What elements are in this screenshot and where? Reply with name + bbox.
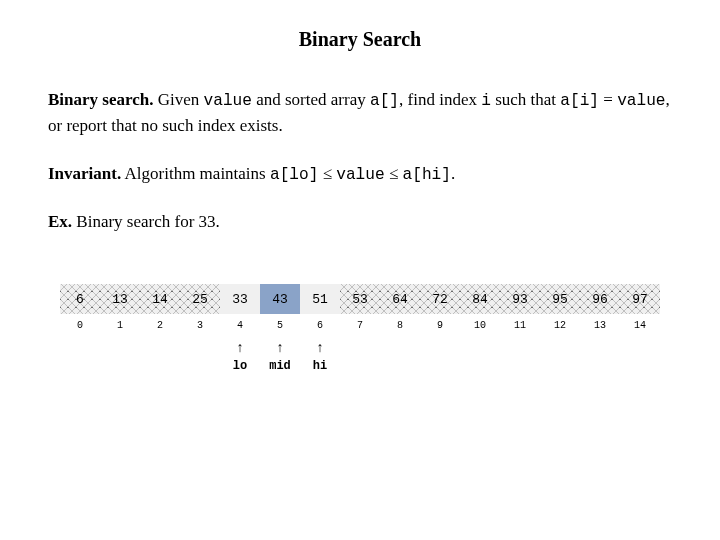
def-t5: = <box>599 90 617 109</box>
array-index: 1 <box>100 320 140 331</box>
pointer-column <box>620 341 660 373</box>
array-index: 11 <box>500 320 540 331</box>
def-t1: Given <box>153 90 203 109</box>
def-t3: , find index <box>399 90 481 109</box>
array-cell: 25 <box>180 284 220 314</box>
array-cell: 64 <box>380 284 420 314</box>
array-cell: 97 <box>620 284 660 314</box>
array-index: 8 <box>380 320 420 331</box>
def-c3: i <box>481 92 491 110</box>
array-index: 9 <box>420 320 460 331</box>
inv-c3: a[hi] <box>403 166 451 184</box>
array-index: 14 <box>620 320 660 331</box>
pointer-column <box>340 341 380 373</box>
array-cell: 51 <box>300 284 340 314</box>
pointer-column <box>540 341 580 373</box>
pointer-column: ↑mid <box>260 341 300 373</box>
array-cell: 84 <box>460 284 500 314</box>
array-index: 4 <box>220 320 260 331</box>
ex-lead: Ex. <box>48 212 72 231</box>
array-index: 10 <box>460 320 500 331</box>
pointer-column <box>180 341 220 373</box>
def-c5: value <box>617 92 665 110</box>
array-cell: 43 <box>260 284 300 314</box>
array-cell: 93 <box>500 284 540 314</box>
array-cell: 6 <box>60 284 100 314</box>
def-lead: Binary search. <box>48 90 153 109</box>
array-index: 13 <box>580 320 620 331</box>
array-cell: 95 <box>540 284 580 314</box>
pointer-column <box>140 341 180 373</box>
array-pointers-row: ↑lo↑mid↑hi <box>60 341 660 373</box>
ex-t1: Binary search for 33. <box>72 212 220 231</box>
arrow-up-icon: ↑ <box>277 341 284 355</box>
def-t2: and sorted array <box>252 90 370 109</box>
array-index: 0 <box>60 320 100 331</box>
pointer-column <box>420 341 460 373</box>
def-c4: a[i] <box>560 92 599 110</box>
array-index: 3 <box>180 320 220 331</box>
pointer-column: ↑hi <box>300 341 340 373</box>
def-t4: such that <box>491 90 560 109</box>
array-index: 2 <box>140 320 180 331</box>
pointer-column <box>580 341 620 373</box>
pointer-column <box>460 341 500 373</box>
array-index: 7 <box>340 320 380 331</box>
array-cell: 96 <box>580 284 620 314</box>
pointer-column: ↑lo <box>220 341 260 373</box>
pointer-label: mid <box>269 359 291 373</box>
pointer-column <box>500 341 540 373</box>
pointer-column <box>100 341 140 373</box>
array-cell: 13 <box>100 284 140 314</box>
inv-c2: value <box>336 166 384 184</box>
inv-lead: Invariant. <box>48 164 121 183</box>
array-index: 6 <box>300 320 340 331</box>
inv-le1: ≤ <box>318 164 336 183</box>
array-diagram: 61314253343515364728493959697 0123456789… <box>48 284 672 373</box>
inv-t2: . <box>451 164 455 183</box>
array-cell: 72 <box>420 284 460 314</box>
array-cell: 14 <box>140 284 180 314</box>
pointer-column <box>380 341 420 373</box>
inv-le2: ≤ <box>385 164 403 183</box>
array-cell: 53 <box>340 284 380 314</box>
array-cell: 33 <box>220 284 260 314</box>
invariant-paragraph: Invariant. Algorithm maintains a[lo] ≤ v… <box>48 161 672 187</box>
pointer-label: lo <box>233 359 247 373</box>
array-indices-row: 01234567891011121314 <box>60 320 660 331</box>
page-title: Binary Search <box>48 28 672 51</box>
example-paragraph: Ex. Binary search for 33. <box>48 209 672 235</box>
array-index: 5 <box>260 320 300 331</box>
array-index: 12 <box>540 320 580 331</box>
inv-c1: a[lo] <box>270 166 318 184</box>
inv-t1: Algorithm maintains <box>121 164 270 183</box>
array-cells-row: 61314253343515364728493959697 <box>60 284 660 314</box>
def-c2: a[] <box>370 92 399 110</box>
def-c1: value <box>204 92 252 110</box>
pointer-column <box>60 341 100 373</box>
arrow-up-icon: ↑ <box>237 341 244 355</box>
definition-paragraph: Binary search. Given value and sorted ar… <box>48 87 672 139</box>
pointer-label: hi <box>313 359 327 373</box>
arrow-up-icon: ↑ <box>317 341 324 355</box>
